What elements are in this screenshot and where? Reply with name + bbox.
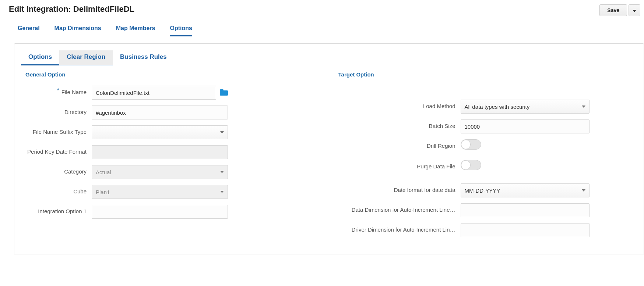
tab-options[interactable]: Options: [170, 25, 192, 36]
category-label: Category: [22, 165, 92, 175]
subtab-business-rules[interactable]: Business Rules: [113, 50, 174, 65]
file-name-suffix-label: File Name Suffix Type: [22, 125, 92, 136]
target-option-heading: Target Option: [338, 71, 637, 78]
cube-select: Plan1: [92, 185, 228, 199]
directory-label: Directory: [22, 106, 92, 116]
chevron-down-icon: [220, 171, 224, 173]
tab-general[interactable]: General: [18, 25, 40, 36]
page-title: Edit Integration: DelimitedFileDL: [9, 4, 134, 14]
batch-size-input[interactable]: [461, 119, 590, 133]
batch-size-label: Batch Size: [335, 119, 461, 130]
folder-icon[interactable]: [220, 90, 228, 96]
category-value: Actual: [96, 169, 111, 175]
general-option-heading: General Option: [25, 71, 324, 78]
toggle-knob: [461, 160, 471, 170]
category-select: Actual: [92, 165, 228, 179]
file-name-suffix-select[interactable]: [92, 125, 228, 139]
directory-input[interactable]: [92, 106, 228, 119]
date-format-value: MM-DD-YYYY: [465, 187, 500, 194]
purge-data-file-toggle[interactable]: [461, 160, 481, 170]
driver-dim-auto-label: Driver Dimension for Auto-Increment Lin…: [335, 223, 461, 233]
date-format-label: Date format for date data: [335, 183, 461, 194]
date-format-select[interactable]: MM-DD-YYYY: [461, 183, 590, 197]
options-panel: Options Clear Region Business Rules Gene…: [14, 43, 644, 254]
integration-option-1-label: Integration Option 1: [22, 205, 92, 215]
chevron-down-icon: [582, 106, 585, 108]
load-method-label: Load Method: [335, 100, 461, 110]
load-method-select[interactable]: All data types with security: [461, 100, 590, 114]
cube-value: Plan1: [96, 189, 110, 195]
drill-region-toggle[interactable]: [461, 139, 481, 150]
subtab-options[interactable]: Options: [21, 50, 59, 65]
driver-dim-auto-input[interactable]: [461, 223, 590, 237]
tab-map-members[interactable]: Map Members: [116, 25, 155, 36]
sub-tabs: Options Clear Region Business Rules: [14, 44, 644, 65]
load-method-value: All data types with security: [465, 104, 530, 110]
subtab-clear-region[interactable]: Clear Region: [59, 50, 113, 65]
data-dim-auto-label: Data Dimension for Auto-Increment Line…: [335, 203, 461, 214]
save-button[interactable]: Save: [599, 4, 627, 16]
save-menu-button[interactable]: [629, 4, 640, 16]
period-key-date-label: Period Key Date Format: [22, 145, 92, 155]
file-name-label: File Name: [22, 86, 92, 96]
cube-label: Cube: [22, 185, 92, 195]
chevron-down-icon: [220, 191, 224, 193]
main-tabs: General Map Dimensions Map Members Optio…: [0, 16, 644, 37]
save-button-group: Save: [599, 4, 640, 16]
drill-region-label: Drill Region: [335, 139, 461, 150]
period-key-date-input: [92, 145, 228, 159]
file-name-input[interactable]: [92, 86, 216, 100]
integration-option-1-input[interactable]: [92, 205, 228, 219]
tab-map-dimensions[interactable]: Map Dimensions: [54, 25, 101, 36]
chevron-down-icon: [220, 131, 224, 133]
data-dim-auto-input[interactable]: [461, 203, 590, 217]
toggle-knob: [461, 140, 471, 149]
chevron-down-icon: [633, 10, 636, 12]
purge-data-file-label: Purge Data File: [335, 160, 461, 170]
chevron-down-icon: [582, 189, 585, 192]
